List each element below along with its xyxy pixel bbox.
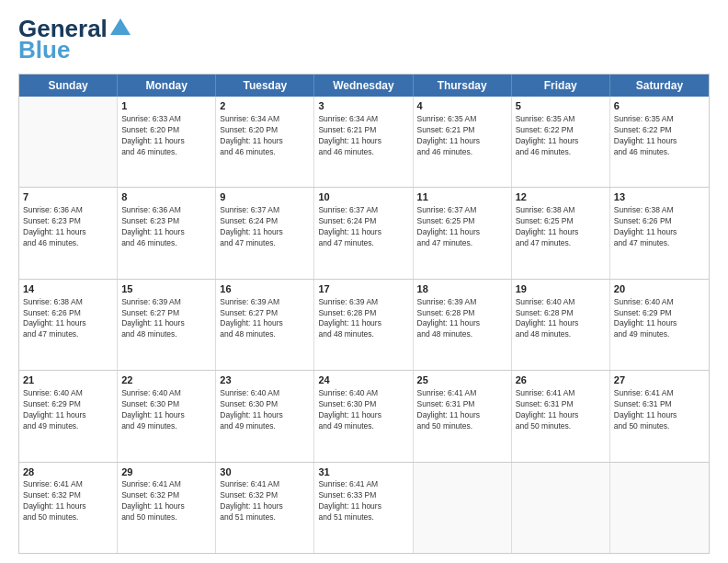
calendar: SundayMondayTuesdayWednesdayThursdayFrid… — [18, 74, 710, 554]
calendar-cell: 20Sunrise: 6:40 AM Sunset: 6:29 PM Dayli… — [610, 280, 709, 370]
cell-info: Sunrise: 6:38 AM Sunset: 6:25 PM Dayligh… — [516, 205, 606, 249]
calendar-row: 7Sunrise: 6:36 AM Sunset: 6:23 PM Daylig… — [19, 188, 709, 279]
cell-info: Sunrise: 6:41 AM Sunset: 6:32 PM Dayligh… — [220, 479, 310, 523]
calendar-cell: 25Sunrise: 6:41 AM Sunset: 6:31 PM Dayli… — [414, 371, 512, 461]
calendar-cell: 19Sunrise: 6:40 AM Sunset: 6:28 PM Dayli… — [512, 280, 610, 370]
cell-info: Sunrise: 6:39 AM Sunset: 6:28 PM Dayligh… — [417, 297, 507, 341]
cell-info: Sunrise: 6:39 AM Sunset: 6:28 PM Dayligh… — [318, 297, 408, 341]
cell-info: Sunrise: 6:40 AM Sunset: 6:29 PM Dayligh… — [614, 297, 705, 341]
calendar-cell: 7Sunrise: 6:36 AM Sunset: 6:23 PM Daylig… — [19, 188, 118, 278]
day-number: 27 — [614, 373, 705, 387]
day-number: 3 — [318, 99, 408, 113]
header-cell-sunday: Sunday — [19, 75, 118, 97]
header-cell-saturday: Saturday — [610, 75, 709, 97]
calendar-cell: 8Sunrise: 6:36 AM Sunset: 6:23 PM Daylig… — [118, 188, 216, 278]
cell-info: Sunrise: 6:40 AM Sunset: 6:30 PM Dayligh… — [121, 388, 211, 432]
cell-info: Sunrise: 6:36 AM Sunset: 6:23 PM Dayligh… — [23, 205, 113, 249]
cell-info: Sunrise: 6:36 AM Sunset: 6:23 PM Dayligh… — [121, 205, 211, 249]
calendar-cell: 6Sunrise: 6:35 AM Sunset: 6:22 PM Daylig… — [610, 97, 709, 187]
cell-info: Sunrise: 6:37 AM Sunset: 6:25 PM Dayligh… — [417, 205, 507, 249]
day-number: 18 — [417, 282, 507, 296]
header-cell-monday: Monday — [118, 75, 216, 97]
calendar-row: 21Sunrise: 6:40 AM Sunset: 6:29 PM Dayli… — [19, 371, 709, 462]
day-number: 29 — [121, 465, 211, 479]
cell-info: Sunrise: 6:38 AM Sunset: 6:26 PM Dayligh… — [614, 205, 705, 249]
calendar-cell — [414, 463, 512, 553]
calendar-cell: 11Sunrise: 6:37 AM Sunset: 6:25 PM Dayli… — [414, 188, 512, 278]
cell-info: Sunrise: 6:41 AM Sunset: 6:32 PM Dayligh… — [23, 479, 113, 523]
svg-marker-0 — [110, 18, 131, 35]
day-number: 11 — [417, 190, 507, 204]
calendar-cell: 18Sunrise: 6:39 AM Sunset: 6:28 PM Dayli… — [414, 280, 512, 370]
calendar-cell: 23Sunrise: 6:40 AM Sunset: 6:30 PM Dayli… — [216, 371, 314, 461]
calendar-cell: 29Sunrise: 6:41 AM Sunset: 6:32 PM Dayli… — [118, 463, 216, 553]
day-number: 24 — [318, 373, 408, 387]
calendar-cell — [512, 463, 610, 553]
day-number: 19 — [516, 282, 606, 296]
logo-icon — [110, 17, 131, 37]
calendar-row: 1Sunrise: 6:33 AM Sunset: 6:20 PM Daylig… — [19, 97, 709, 188]
calendar-cell: 10Sunrise: 6:37 AM Sunset: 6:24 PM Dayli… — [314, 188, 413, 278]
calendar-cell: 30Sunrise: 6:41 AM Sunset: 6:32 PM Dayli… — [216, 463, 314, 553]
day-number: 15 — [121, 282, 211, 296]
day-number: 1 — [121, 99, 211, 113]
cell-info: Sunrise: 6:35 AM Sunset: 6:22 PM Dayligh… — [614, 114, 705, 158]
logo: General Blue — [18, 15, 131, 64]
calendar-cell: 13Sunrise: 6:38 AM Sunset: 6:26 PM Dayli… — [610, 188, 709, 278]
calendar-cell: 28Sunrise: 6:41 AM Sunset: 6:32 PM Dayli… — [19, 463, 118, 553]
cell-info: Sunrise: 6:34 AM Sunset: 6:20 PM Dayligh… — [220, 114, 310, 158]
calendar-cell: 26Sunrise: 6:41 AM Sunset: 6:31 PM Dayli… — [512, 371, 610, 461]
day-number: 16 — [220, 282, 310, 296]
cell-info: Sunrise: 6:34 AM Sunset: 6:21 PM Dayligh… — [318, 114, 408, 158]
day-number: 22 — [121, 373, 211, 387]
day-number: 12 — [516, 190, 606, 204]
day-number: 20 — [614, 282, 705, 296]
calendar-body: 1Sunrise: 6:33 AM Sunset: 6:20 PM Daylig… — [19, 97, 709, 553]
calendar-cell: 4Sunrise: 6:35 AM Sunset: 6:21 PM Daylig… — [414, 97, 512, 187]
logo-blue: Blue — [18, 36, 70, 64]
cell-info: Sunrise: 6:41 AM Sunset: 6:32 PM Dayligh… — [121, 479, 211, 523]
header-cell-wednesday: Wednesday — [314, 75, 413, 97]
calendar-cell — [610, 463, 709, 553]
cell-info: Sunrise: 6:35 AM Sunset: 6:21 PM Dayligh… — [417, 114, 507, 158]
cell-info: Sunrise: 6:39 AM Sunset: 6:27 PM Dayligh… — [220, 297, 310, 341]
day-number: 5 — [516, 99, 606, 113]
calendar-cell: 1Sunrise: 6:33 AM Sunset: 6:20 PM Daylig… — [118, 97, 216, 187]
day-number: 17 — [318, 282, 408, 296]
day-number: 25 — [417, 373, 507, 387]
cell-info: Sunrise: 6:39 AM Sunset: 6:27 PM Dayligh… — [121, 297, 211, 341]
cell-info: Sunrise: 6:40 AM Sunset: 6:28 PM Dayligh… — [516, 297, 606, 341]
cell-info: Sunrise: 6:37 AM Sunset: 6:24 PM Dayligh… — [318, 205, 408, 249]
calendar-cell: 14Sunrise: 6:38 AM Sunset: 6:26 PM Dayli… — [19, 280, 118, 370]
calendar-cell: 24Sunrise: 6:40 AM Sunset: 6:30 PM Dayli… — [314, 371, 413, 461]
day-number: 8 — [121, 190, 211, 204]
cell-info: Sunrise: 6:35 AM Sunset: 6:22 PM Dayligh… — [516, 114, 606, 158]
day-number: 26 — [516, 373, 606, 387]
day-number: 13 — [614, 190, 705, 204]
cell-info: Sunrise: 6:40 AM Sunset: 6:30 PM Dayligh… — [220, 388, 310, 432]
cell-info: Sunrise: 6:37 AM Sunset: 6:24 PM Dayligh… — [220, 205, 310, 249]
day-number: 14 — [23, 282, 113, 296]
calendar-cell: 3Sunrise: 6:34 AM Sunset: 6:21 PM Daylig… — [314, 97, 413, 187]
day-number: 4 — [417, 99, 507, 113]
calendar-header: SundayMondayTuesdayWednesdayThursdayFrid… — [19, 75, 709, 97]
cell-info: Sunrise: 6:38 AM Sunset: 6:26 PM Dayligh… — [23, 297, 113, 341]
calendar-row: 14Sunrise: 6:38 AM Sunset: 6:26 PM Dayli… — [19, 280, 709, 371]
calendar-cell: 2Sunrise: 6:34 AM Sunset: 6:20 PM Daylig… — [216, 97, 314, 187]
calendar-cell: 31Sunrise: 6:41 AM Sunset: 6:33 PM Dayli… — [314, 463, 413, 553]
day-number: 31 — [318, 465, 408, 479]
cell-info: Sunrise: 6:41 AM Sunset: 6:31 PM Dayligh… — [614, 388, 705, 432]
day-number: 9 — [220, 190, 310, 204]
day-number: 21 — [23, 373, 113, 387]
header-cell-tuesday: Tuesday — [216, 75, 314, 97]
cell-info: Sunrise: 6:40 AM Sunset: 6:29 PM Dayligh… — [23, 388, 113, 432]
calendar-cell: 12Sunrise: 6:38 AM Sunset: 6:25 PM Dayli… — [512, 188, 610, 278]
day-number: 28 — [23, 465, 113, 479]
header-cell-thursday: Thursday — [414, 75, 512, 97]
header: General Blue — [18, 15, 710, 64]
cell-info: Sunrise: 6:41 AM Sunset: 6:33 PM Dayligh… — [318, 479, 408, 523]
calendar-cell: 21Sunrise: 6:40 AM Sunset: 6:29 PM Dayli… — [19, 371, 118, 461]
calendar-cell: 15Sunrise: 6:39 AM Sunset: 6:27 PM Dayli… — [118, 280, 216, 370]
day-number: 6 — [614, 99, 705, 113]
cell-info: Sunrise: 6:33 AM Sunset: 6:20 PM Dayligh… — [121, 114, 211, 158]
